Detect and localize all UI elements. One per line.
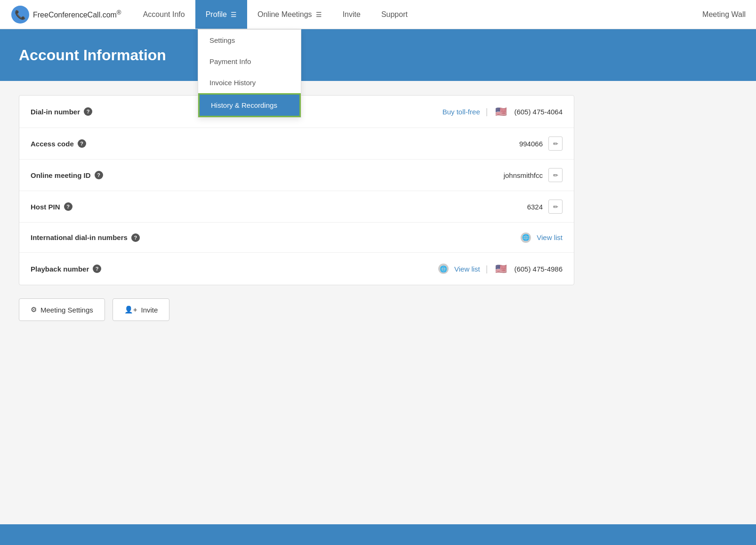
playback-number-help-icon[interactable]: ? <box>93 264 101 273</box>
access-code-label: Access code ? <box>31 139 181 148</box>
dropdown-settings[interactable]: Settings <box>198 30 301 51</box>
access-code-value: 994066 ✏ <box>519 136 563 151</box>
brand-logo[interactable]: 📞 FreeConferenceCall.com® <box>0 0 133 29</box>
nav-support[interactable]: Support <box>371 0 418 29</box>
hamburger-icon: ☰ <box>231 11 237 18</box>
intl-dial-in-value: 🌐 View list <box>521 232 563 243</box>
account-info-table: Dial-in number ? Buy toll-free | 🇺🇸 (605… <box>19 95 574 285</box>
nav-items: Account Info Profile ☰ Online Meetings ☰… <box>133 0 756 29</box>
host-pin-label: Host PIN ? <box>31 202 181 211</box>
nav-account-info[interactable]: Account Info <box>133 0 195 29</box>
action-buttons: ⚙ Meeting Settings 👤+ Invite <box>19 298 574 321</box>
footer-bar <box>0 524 756 545</box>
us-flag-icon: 🇺🇸 <box>493 104 508 119</box>
host-pin-edit-button[interactable]: ✏ <box>548 200 563 214</box>
brand-name: FreeConferenceCall.com® <box>33 9 121 19</box>
hamburger-icon-2: ☰ <box>316 11 322 18</box>
intl-dial-in-help-icon[interactable]: ? <box>131 233 140 242</box>
us-flag-icon-2: 🇺🇸 <box>493 261 508 276</box>
meeting-settings-button[interactable]: ⚙ Meeting Settings <box>19 298 105 321</box>
intl-view-list-link[interactable]: View list <box>537 233 563 241</box>
svg-text:📞: 📞 <box>15 9 26 20</box>
dial-in-value: Buy toll-free | 🇺🇸 (605) 475-4064 <box>442 104 563 119</box>
globe-icon: 🌐 <box>521 232 531 243</box>
online-meeting-id-value: johnsmithfcc ✏ <box>504 168 563 182</box>
dial-in-label: Dial-in number ? <box>31 107 181 116</box>
gear-icon: ⚙ <box>31 305 37 314</box>
nav-profile[interactable]: Profile ☰ <box>195 0 247 29</box>
nav-meeting-wall[interactable]: Meeting Wall <box>692 0 756 29</box>
page-title: Account Information <box>19 47 166 64</box>
playback-number-label: Playback number ? <box>31 264 181 273</box>
online-meeting-id-help-icon[interactable]: ? <box>95 171 103 179</box>
main-content: Dial-in number ? Buy toll-free | 🇺🇸 (605… <box>0 81 593 335</box>
header-banner: Account Information <box>0 29 756 81</box>
playback-number-value: 🌐 View list | 🇺🇸 (605) 475-4986 <box>438 261 563 276</box>
table-row: Playback number ? 🌐 View list | 🇺🇸 (605)… <box>19 253 574 285</box>
table-row: Host PIN ? 6324 ✏ <box>19 191 574 223</box>
playback-view-list-link[interactable]: View list <box>454 265 480 273</box>
buy-toll-free-link[interactable]: Buy toll-free <box>442 108 480 116</box>
table-row: Online meeting ID ? johnsmithfcc ✏ <box>19 160 574 191</box>
online-meeting-id-label: Online meeting ID ? <box>31 171 181 179</box>
intl-dial-in-label: International dial-in numbers ? <box>31 233 181 242</box>
dial-in-help-icon[interactable]: ? <box>84 107 92 116</box>
dropdown-invoice-history[interactable]: Invoice History <box>198 72 301 93</box>
dropdown-history-recordings[interactable]: History & Recordings <box>198 93 301 117</box>
person-plus-icon: 👤+ <box>124 305 137 314</box>
table-row: International dial-in numbers ? 🌐 View l… <box>19 223 574 253</box>
nav-online-meetings[interactable]: Online Meetings ☰ <box>247 0 332 29</box>
separator-2: | <box>486 264 488 274</box>
table-row: Access code ? 994066 ✏ <box>19 128 574 160</box>
access-code-edit-button[interactable]: ✏ <box>548 136 563 151</box>
phone-icon: 📞 <box>11 6 29 24</box>
nav-invite[interactable]: Invite <box>332 0 371 29</box>
access-code-help-icon[interactable]: ? <box>78 139 86 148</box>
globe-icon-2: 🌐 <box>438 264 449 274</box>
navbar: 📞 FreeConferenceCall.com® Account Info P… <box>0 0 756 29</box>
host-pin-value: 6324 ✏ <box>527 200 563 214</box>
dropdown-menu: Settings Payment Info Invoice History Hi… <box>198 29 301 118</box>
separator: | <box>486 107 488 117</box>
dropdown-payment-info[interactable]: Payment Info <box>198 51 301 72</box>
invite-button[interactable]: 👤+ Invite <box>113 298 170 321</box>
host-pin-help-icon[interactable]: ? <box>64 202 72 211</box>
online-meeting-id-edit-button[interactable]: ✏ <box>548 168 563 182</box>
